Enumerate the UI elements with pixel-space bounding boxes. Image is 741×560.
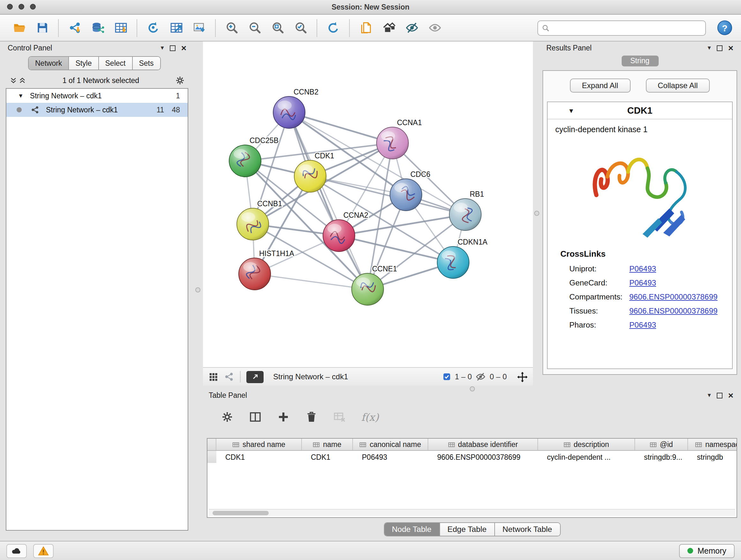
add-column-icon[interactable] bbox=[277, 411, 290, 423]
panel-close-icon[interactable]: × bbox=[728, 391, 733, 400]
import-table-button[interactable] bbox=[111, 17, 131, 38]
left-splitter-grip[interactable] bbox=[195, 287, 200, 293]
minimize-window-button[interactable] bbox=[18, 4, 24, 10]
new-table-button[interactable] bbox=[166, 17, 186, 38]
crosslink-link[interactable]: P06493 bbox=[629, 264, 656, 273]
network-node-cdc25b[interactable]: CDC25B bbox=[229, 136, 279, 177]
help-button[interactable]: ? bbox=[718, 20, 732, 35]
row-selector[interactable] bbox=[207, 451, 216, 463]
network-graph[interactable]: CCNB2CCNA1CDC25BCDK1CDC6RB1CCNB1CCNA2CDK… bbox=[203, 42, 533, 367]
tab-network[interactable]: Network bbox=[29, 57, 69, 70]
network-share-icon[interactable] bbox=[224, 372, 234, 382]
horizontal-scrollbar[interactable] bbox=[209, 509, 735, 516]
table-cell[interactable]: 9606.ENSP00000378699 bbox=[428, 453, 538, 461]
preview-button[interactable] bbox=[424, 17, 445, 38]
table-cell[interactable]: P06493 bbox=[353, 453, 428, 461]
column-header-canonical-name[interactable]: canonical name bbox=[353, 439, 428, 450]
table-row[interactable]: CDK1CDK1P064939606.ENSP00000378699cyclin… bbox=[207, 451, 737, 463]
network-node-cdk1[interactable]: CDK1 bbox=[294, 152, 334, 192]
panel-float-icon[interactable] bbox=[170, 45, 176, 51]
panel-float-icon[interactable] bbox=[717, 392, 723, 398]
home-button[interactable] bbox=[379, 17, 399, 38]
network-node-hist1h1a[interactable]: HIST1H1A bbox=[239, 249, 294, 290]
table-cell[interactable]: stringdb bbox=[688, 453, 737, 461]
tab-network-table[interactable]: Network Table bbox=[495, 523, 560, 536]
apply-layout-button[interactable] bbox=[323, 17, 343, 38]
warnings-button[interactable] bbox=[33, 544, 54, 558]
zoom-selected-button[interactable] bbox=[290, 17, 311, 38]
expand-all-icon[interactable] bbox=[9, 76, 18, 85]
import-network-database-button[interactable] bbox=[87, 17, 108, 38]
table-cell[interactable]: CDK1 bbox=[302, 453, 353, 461]
tab-sets[interactable]: Sets bbox=[132, 57, 160, 70]
network-edge[interactable] bbox=[255, 274, 367, 289]
selected-checkbox-icon[interactable] bbox=[442, 372, 451, 381]
crosslink-link[interactable]: P06493 bbox=[629, 320, 656, 329]
crosslink-link[interactable]: 9606.ENSP00000378699 bbox=[629, 307, 718, 315]
tab-node-table[interactable]: Node Table bbox=[384, 523, 440, 536]
zoom-in-button[interactable] bbox=[221, 17, 242, 38]
network-collection-row[interactable]: ▼ String Network – cdk1 1 bbox=[6, 89, 188, 103]
network-options-gear-icon[interactable] bbox=[175, 75, 185, 85]
tab-string[interactable]: String bbox=[621, 56, 658, 66]
network-canvas[interactable]: CCNB2CCNA1CDC25BCDK1CDC6RB1CCNB1CCNA2CDK… bbox=[203, 42, 533, 367]
show-columns-icon[interactable] bbox=[249, 411, 262, 423]
function-builder-button[interactable]: f(x) bbox=[361, 411, 379, 423]
delete-column-icon[interactable] bbox=[305, 411, 318, 423]
tab-edge-table[interactable]: Edge Table bbox=[440, 523, 495, 536]
table-cell[interactable]: CDK1 bbox=[216, 453, 302, 461]
table-cell[interactable]: cyclin-dependent ... bbox=[538, 453, 635, 461]
disclosure-triangle-icon[interactable]: ▼ bbox=[18, 92, 23, 99]
network-node-cdkn1a[interactable]: CDKN1A bbox=[437, 238, 488, 278]
close-window-button[interactable] bbox=[7, 4, 13, 10]
zoom-out-button[interactable] bbox=[245, 17, 265, 38]
panel-menu-icon[interactable]: ▾ bbox=[708, 45, 711, 51]
column-header-name[interactable]: name bbox=[302, 439, 353, 450]
network-node-ccna1[interactable]: CCNA1 bbox=[377, 118, 422, 159]
crosslink-link[interactable]: 9606.ENSP00000378699 bbox=[629, 293, 718, 301]
column-header--id[interactable]: @id bbox=[635, 439, 688, 450]
panel-menu-icon[interactable]: ▾ bbox=[708, 392, 711, 398]
column-header-shared-name[interactable]: shared name bbox=[216, 439, 302, 450]
table-options-gear-icon[interactable] bbox=[221, 411, 233, 423]
panel-close-icon[interactable]: × bbox=[728, 44, 733, 52]
column-header-namespac[interactable]: namespac bbox=[688, 439, 737, 450]
zoom-fit-button[interactable] bbox=[267, 17, 288, 38]
network-edge[interactable] bbox=[289, 112, 367, 289]
panel-close-icon[interactable]: × bbox=[181, 44, 186, 52]
network-edge[interactable] bbox=[339, 236, 453, 262]
tab-style[interactable]: Style bbox=[69, 57, 98, 70]
save-session-button[interactable] bbox=[32, 17, 52, 38]
expand-all-button[interactable]: Expand All bbox=[570, 78, 630, 92]
export-image-button[interactable] bbox=[189, 17, 209, 38]
crosslink-link[interactable]: P06493 bbox=[629, 278, 656, 287]
hidden-eye-slash-icon[interactable] bbox=[476, 372, 486, 382]
table-cell[interactable]: stringdb:9... bbox=[635, 453, 688, 461]
network-node-ccnb1[interactable]: CCNB1 bbox=[237, 199, 282, 240]
node-detail-header[interactable]: ▼ CDK1 bbox=[548, 102, 732, 119]
network-node-rb1[interactable]: RB1 bbox=[449, 190, 484, 231]
panel-float-icon[interactable] bbox=[717, 45, 723, 51]
right-splitter-grip[interactable] bbox=[534, 211, 539, 216]
cloud-button[interactable] bbox=[6, 544, 27, 558]
search-input[interactable] bbox=[553, 23, 701, 32]
bottom-splitter-grip[interactable] bbox=[470, 386, 475, 391]
annotation-button[interactable] bbox=[355, 17, 376, 38]
collapse-all-button[interactable]: Collapse All bbox=[646, 78, 710, 92]
disclosure-triangle-icon[interactable]: ▼ bbox=[568, 107, 575, 114]
move-crosshair-icon[interactable] bbox=[517, 371, 528, 382]
panel-menu-icon[interactable]: ▾ bbox=[161, 45, 164, 51]
network-row-selected[interactable]: String Network – cdk1 11 48 bbox=[6, 103, 188, 117]
search-box[interactable] bbox=[537, 20, 706, 36]
tab-select[interactable]: Select bbox=[99, 57, 133, 70]
collapse-all-icon[interactable] bbox=[18, 76, 27, 85]
hide-show-button[interactable] bbox=[401, 17, 422, 38]
import-network-file-button[interactable] bbox=[64, 17, 85, 38]
column-header-database-identifier[interactable]: database identifier bbox=[428, 439, 538, 450]
network-node-ccnb2[interactable]: CCNB2 bbox=[273, 88, 319, 128]
zoom-window-button[interactable] bbox=[30, 4, 36, 10]
column-header-description[interactable]: description bbox=[538, 439, 635, 450]
grid-view-icon[interactable] bbox=[208, 372, 218, 382]
birdseye-view-button[interactable] bbox=[246, 371, 264, 383]
scrollbar-thumb[interactable] bbox=[212, 510, 269, 515]
